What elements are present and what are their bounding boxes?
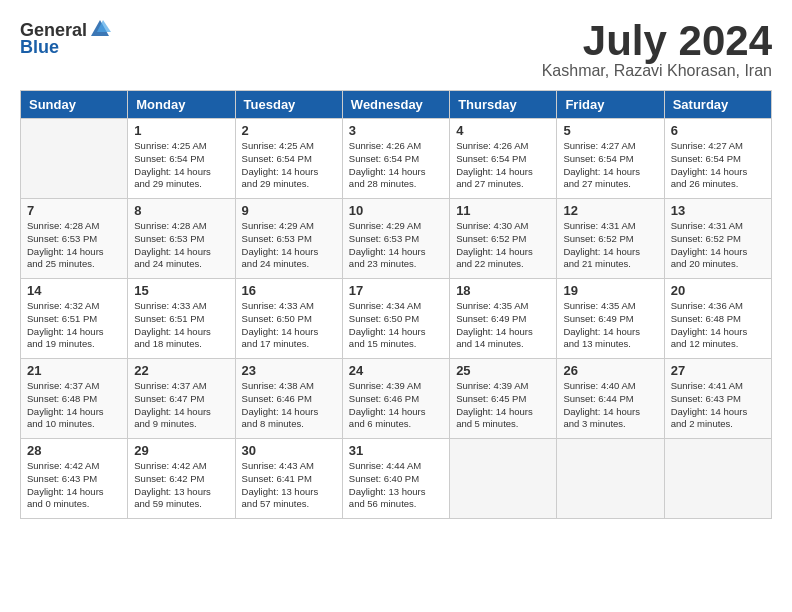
calendar-cell [557,439,664,519]
day-info: Sunrise: 4:40 AM Sunset: 6:44 PM Dayligh… [563,380,657,431]
day-info: Sunrise: 4:44 AM Sunset: 6:40 PM Dayligh… [349,460,443,511]
day-number: 1 [134,123,228,138]
day-info: Sunrise: 4:27 AM Sunset: 6:54 PM Dayligh… [671,140,765,191]
calendar-cell: 6Sunrise: 4:27 AM Sunset: 6:54 PM Daylig… [664,119,771,199]
day-info: Sunrise: 4:28 AM Sunset: 6:53 PM Dayligh… [134,220,228,271]
day-number: 7 [27,203,121,218]
day-info: Sunrise: 4:29 AM Sunset: 6:53 PM Dayligh… [242,220,336,271]
day-info: Sunrise: 4:42 AM Sunset: 6:43 PM Dayligh… [27,460,121,511]
calendar-cell: 28Sunrise: 4:42 AM Sunset: 6:43 PM Dayli… [21,439,128,519]
day-number: 12 [563,203,657,218]
calendar-cell: 19Sunrise: 4:35 AM Sunset: 6:49 PM Dayli… [557,279,664,359]
calendar-cell: 22Sunrise: 4:37 AM Sunset: 6:47 PM Dayli… [128,359,235,439]
week-row-0: 1Sunrise: 4:25 AM Sunset: 6:54 PM Daylig… [21,119,772,199]
day-number: 26 [563,363,657,378]
day-number: 6 [671,123,765,138]
calendar-cell [664,439,771,519]
week-row-3: 21Sunrise: 4:37 AM Sunset: 6:48 PM Dayli… [21,359,772,439]
calendar-cell: 10Sunrise: 4:29 AM Sunset: 6:53 PM Dayli… [342,199,449,279]
day-number: 29 [134,443,228,458]
calendar-cell: 4Sunrise: 4:26 AM Sunset: 6:54 PM Daylig… [450,119,557,199]
weekday-header-tuesday: Tuesday [235,91,342,119]
day-number: 9 [242,203,336,218]
day-info: Sunrise: 4:30 AM Sunset: 6:52 PM Dayligh… [456,220,550,271]
calendar-cell: 16Sunrise: 4:33 AM Sunset: 6:50 PM Dayli… [235,279,342,359]
logo-blue: Blue [20,38,111,56]
calendar-cell: 18Sunrise: 4:35 AM Sunset: 6:49 PM Dayli… [450,279,557,359]
weekday-header-saturday: Saturday [664,91,771,119]
day-info: Sunrise: 4:36 AM Sunset: 6:48 PM Dayligh… [671,300,765,351]
calendar-cell: 3Sunrise: 4:26 AM Sunset: 6:54 PM Daylig… [342,119,449,199]
day-info: Sunrise: 4:37 AM Sunset: 6:47 PM Dayligh… [134,380,228,431]
calendar-cell: 15Sunrise: 4:33 AM Sunset: 6:51 PM Dayli… [128,279,235,359]
day-number: 14 [27,283,121,298]
weekday-header-friday: Friday [557,91,664,119]
calendar-cell: 31Sunrise: 4:44 AM Sunset: 6:40 PM Dayli… [342,439,449,519]
month-title: July 2024 [542,20,772,62]
day-number: 22 [134,363,228,378]
day-info: Sunrise: 4:29 AM Sunset: 6:53 PM Dayligh… [349,220,443,271]
calendar: SundayMondayTuesdayWednesdayThursdayFrid… [20,90,772,519]
day-info: Sunrise: 4:43 AM Sunset: 6:41 PM Dayligh… [242,460,336,511]
week-row-2: 14Sunrise: 4:32 AM Sunset: 6:51 PM Dayli… [21,279,772,359]
day-number: 28 [27,443,121,458]
day-number: 2 [242,123,336,138]
day-number: 17 [349,283,443,298]
day-info: Sunrise: 4:41 AM Sunset: 6:43 PM Dayligh… [671,380,765,431]
day-info: Sunrise: 4:27 AM Sunset: 6:54 PM Dayligh… [563,140,657,191]
calendar-header-row: SundayMondayTuesdayWednesdayThursdayFrid… [21,91,772,119]
day-number: 16 [242,283,336,298]
day-number: 31 [349,443,443,458]
calendar-cell: 20Sunrise: 4:36 AM Sunset: 6:48 PM Dayli… [664,279,771,359]
calendar-cell: 1Sunrise: 4:25 AM Sunset: 6:54 PM Daylig… [128,119,235,199]
header: General Blue July 2024 Kashmar, Razavi K… [20,20,772,80]
day-number: 23 [242,363,336,378]
calendar-cell: 9Sunrise: 4:29 AM Sunset: 6:53 PM Daylig… [235,199,342,279]
day-number: 10 [349,203,443,218]
calendar-cell: 17Sunrise: 4:34 AM Sunset: 6:50 PM Dayli… [342,279,449,359]
day-number: 18 [456,283,550,298]
calendar-cell: 29Sunrise: 4:42 AM Sunset: 6:42 PM Dayli… [128,439,235,519]
day-info: Sunrise: 4:33 AM Sunset: 6:50 PM Dayligh… [242,300,336,351]
day-info: Sunrise: 4:38 AM Sunset: 6:46 PM Dayligh… [242,380,336,431]
calendar-cell [450,439,557,519]
calendar-cell: 7Sunrise: 4:28 AM Sunset: 6:53 PM Daylig… [21,199,128,279]
day-info: Sunrise: 4:34 AM Sunset: 6:50 PM Dayligh… [349,300,443,351]
day-info: Sunrise: 4:42 AM Sunset: 6:42 PM Dayligh… [134,460,228,511]
day-number: 27 [671,363,765,378]
day-number: 4 [456,123,550,138]
day-info: Sunrise: 4:25 AM Sunset: 6:54 PM Dayligh… [242,140,336,191]
calendar-cell [21,119,128,199]
week-row-4: 28Sunrise: 4:42 AM Sunset: 6:43 PM Dayli… [21,439,772,519]
day-info: Sunrise: 4:31 AM Sunset: 6:52 PM Dayligh… [563,220,657,271]
day-info: Sunrise: 4:26 AM Sunset: 6:54 PM Dayligh… [349,140,443,191]
day-info: Sunrise: 4:35 AM Sunset: 6:49 PM Dayligh… [563,300,657,351]
day-info: Sunrise: 4:26 AM Sunset: 6:54 PM Dayligh… [456,140,550,191]
calendar-cell: 23Sunrise: 4:38 AM Sunset: 6:46 PM Dayli… [235,359,342,439]
day-info: Sunrise: 4:25 AM Sunset: 6:54 PM Dayligh… [134,140,228,191]
day-number: 21 [27,363,121,378]
day-number: 3 [349,123,443,138]
calendar-cell: 24Sunrise: 4:39 AM Sunset: 6:46 PM Dayli… [342,359,449,439]
calendar-cell: 5Sunrise: 4:27 AM Sunset: 6:54 PM Daylig… [557,119,664,199]
logo-text: General Blue [20,20,111,56]
weekday-header-monday: Monday [128,91,235,119]
day-number: 25 [456,363,550,378]
day-info: Sunrise: 4:31 AM Sunset: 6:52 PM Dayligh… [671,220,765,271]
calendar-cell: 14Sunrise: 4:32 AM Sunset: 6:51 PM Dayli… [21,279,128,359]
weekday-header-sunday: Sunday [21,91,128,119]
title-section: July 2024 Kashmar, Razavi Khorasan, Iran [542,20,772,80]
calendar-cell: 26Sunrise: 4:40 AM Sunset: 6:44 PM Dayli… [557,359,664,439]
location-title: Kashmar, Razavi Khorasan, Iran [542,62,772,80]
day-number: 11 [456,203,550,218]
calendar-cell: 27Sunrise: 4:41 AM Sunset: 6:43 PM Dayli… [664,359,771,439]
day-number: 15 [134,283,228,298]
logo: General Blue [20,20,111,56]
day-info: Sunrise: 4:33 AM Sunset: 6:51 PM Dayligh… [134,300,228,351]
calendar-cell: 2Sunrise: 4:25 AM Sunset: 6:54 PM Daylig… [235,119,342,199]
calendar-cell: 21Sunrise: 4:37 AM Sunset: 6:48 PM Dayli… [21,359,128,439]
calendar-cell: 8Sunrise: 4:28 AM Sunset: 6:53 PM Daylig… [128,199,235,279]
day-info: Sunrise: 4:37 AM Sunset: 6:48 PM Dayligh… [27,380,121,431]
day-info: Sunrise: 4:35 AM Sunset: 6:49 PM Dayligh… [456,300,550,351]
logo-icon [89,18,111,40]
